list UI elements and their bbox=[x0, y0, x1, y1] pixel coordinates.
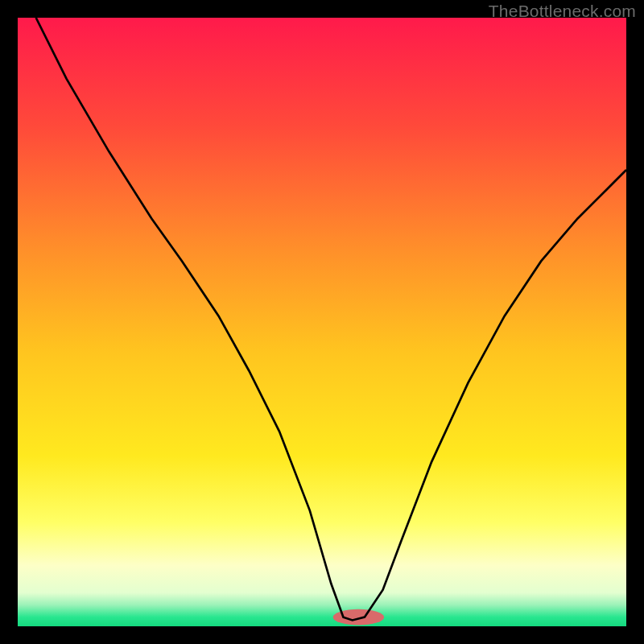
watermark-text: TheBottleneck.com bbox=[489, 2, 636, 21]
chart-background bbox=[18, 18, 626, 626]
bottleneck-chart bbox=[18, 18, 626, 626]
chart-frame bbox=[18, 18, 626, 626]
